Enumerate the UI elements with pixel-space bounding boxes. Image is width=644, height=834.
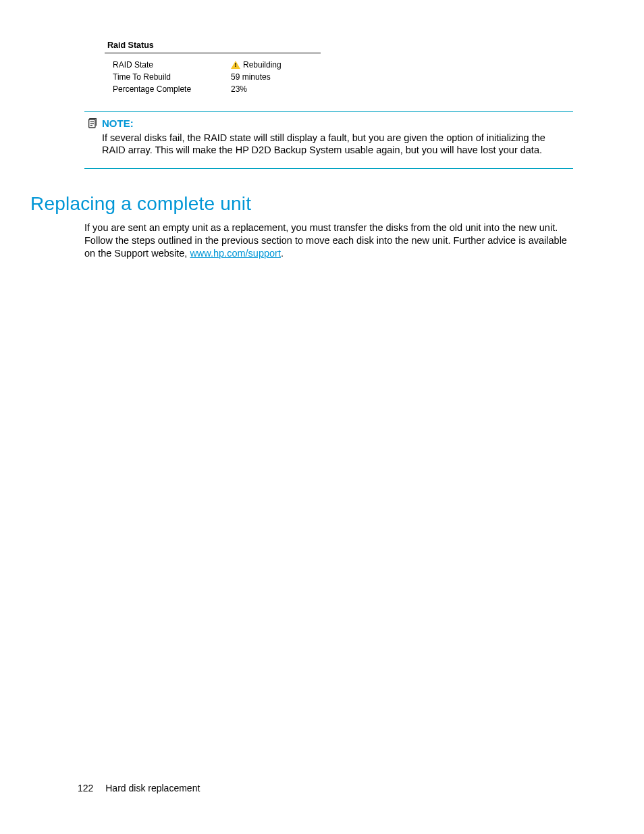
note-callout: NOTE: If several disks fail, the RAID st… [84,111,573,169]
section-heading: Replacing a complete unit [30,193,573,215]
note-label: NOTE: [102,118,134,129]
raid-status-panel: Raid Status RAID State Rebuilding Time T… [105,41,321,95]
page-number: 122 [78,783,93,793]
section-body-prefix: If you are sent an empty unit as a repla… [84,222,567,259]
table-row: Time To Rebuild 59 minutes [105,71,321,83]
raid-status-title: Raid Status [105,41,321,53]
section-body: If you are sent an empty unit as a repla… [84,221,573,260]
note-body: If several disks fail, the RAID state wi… [87,132,570,156]
note-heading: NOTE: [87,118,570,129]
raid-state-text: Rebuilding [243,60,281,70]
raid-time-label: Time To Rebuild [113,72,231,82]
warning-icon [231,61,240,69]
section-body-suffix: . [281,248,284,259]
table-row: RAID State Rebuilding [105,59,321,71]
table-row: Percentage Complete 23% [105,83,321,95]
raid-pct-label: Percentage Complete [113,84,231,94]
raid-state-value: Rebuilding [231,60,281,70]
raid-pct-value: 23% [231,84,247,94]
raid-time-value: 59 minutes [231,72,271,82]
note-icon [87,118,98,129]
page-footer: 122 Hard disk replacement [78,783,200,793]
support-link[interactable]: www.hp.com/support [190,248,281,259]
chapter-title: Hard disk replacement [105,783,200,793]
raid-state-label: RAID State [113,60,231,70]
